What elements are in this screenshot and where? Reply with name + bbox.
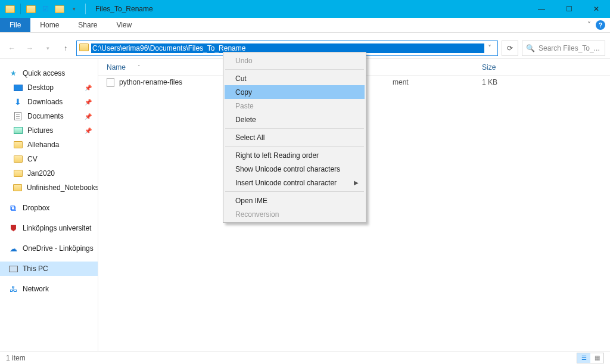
close-button[interactable]: ✕ bbox=[583, 0, 610, 18]
window-title: Files_To_Rename bbox=[89, 5, 528, 13]
view-mode-toggle[interactable]: ☰ ▦ bbox=[577, 353, 604, 363]
sidebar-item-documents[interactable]: Documents 📌 bbox=[0, 109, 98, 123]
submenu-arrow-icon: ▶ bbox=[354, 179, 359, 186]
details-view-icon[interactable]: ☰ bbox=[577, 353, 590, 363]
search-icon: 🔍 bbox=[526, 44, 535, 52]
cm-label: Insert Unicode control character bbox=[235, 179, 337, 187]
cm-show-unicode[interactable]: Show Unicode control characters bbox=[225, 162, 365, 176]
ribbon-tab-file[interactable]: File bbox=[0, 18, 30, 32]
address-dropdown-icon[interactable]: ˅ bbox=[484, 44, 495, 52]
qat-checkbox-icon[interactable]: ☑ bbox=[39, 2, 52, 15]
folder-icon bbox=[13, 154, 23, 164]
sidebar-onedrive[interactable]: ☁ OneDrive - Linköpings bbox=[0, 241, 98, 256]
textfile-icon bbox=[107, 78, 114, 87]
qat-dropdown-icon[interactable]: ▾ bbox=[67, 2, 80, 15]
sidebar-label: Jan2020 bbox=[27, 169, 55, 178]
network-icon: 🖧 bbox=[8, 284, 18, 294]
sidebar-item-cv[interactable]: CV bbox=[0, 152, 98, 166]
cm-cut[interactable]: Cut bbox=[225, 71, 365, 85]
sidebar-item-unfinished[interactable]: Unfinished_Notebooks bbox=[0, 181, 98, 195]
nav-back-button[interactable]: ← bbox=[5, 41, 19, 55]
folder-icon bbox=[13, 140, 23, 150]
sidebar-label: This PC bbox=[23, 265, 48, 273]
refresh-button[interactable]: ⟳ bbox=[502, 41, 518, 56]
sidebar-item-downloads[interactable]: ⬇ Downloads 📌 bbox=[0, 95, 98, 109]
star-icon: ★ bbox=[8, 69, 18, 78]
folder-icon bbox=[4, 2, 17, 15]
cm-paste: Paste bbox=[225, 99, 365, 113]
sidebar-label: Linköpings universitet bbox=[23, 224, 91, 232]
sidebar-quick-access[interactable]: ★ Quick access bbox=[0, 66, 98, 80]
minimize-button[interactable]: — bbox=[528, 0, 555, 18]
ribbon-tab-view[interactable]: View bbox=[107, 18, 141, 32]
sidebar-this-pc[interactable]: This PC bbox=[0, 262, 98, 276]
column-name[interactable]: Name bbox=[107, 63, 126, 71]
folder-icon bbox=[13, 183, 22, 192]
search-input[interactable]: 🔍 Search Files_To_... bbox=[522, 41, 605, 56]
pin-icon: 📌 bbox=[85, 99, 92, 105]
documents-icon bbox=[13, 111, 23, 121]
sidebar-label: Desktop bbox=[27, 83, 54, 92]
file-name: python-rename-files bbox=[119, 78, 182, 86]
sidebar-label: Network bbox=[23, 285, 49, 293]
sidebar-label: Downloads bbox=[27, 98, 63, 106]
pc-icon bbox=[8, 264, 18, 273]
file-type: ment bbox=[393, 78, 482, 86]
pictures-icon bbox=[13, 126, 23, 135]
sidebar-label: Documents bbox=[27, 112, 64, 120]
sort-indicator-icon: ˄ bbox=[138, 64, 141, 70]
folder-icon bbox=[13, 169, 23, 178]
cm-delete[interactable]: Delete bbox=[225, 113, 365, 126]
help-icon[interactable]: ? bbox=[596, 20, 605, 30]
sidebar-label: CV bbox=[27, 155, 38, 163]
ribbon-tab-home[interactable]: Home bbox=[30, 18, 69, 32]
maximize-button[interactable]: ☐ bbox=[555, 0, 583, 18]
context-menu: Undo Cut Copy Paste Delete Select All Ri… bbox=[223, 52, 366, 223]
file-size: 1 KB bbox=[482, 78, 530, 86]
qat-newfolder-icon[interactable] bbox=[53, 2, 66, 15]
cm-open-ime[interactable]: Open IME bbox=[225, 194, 365, 207]
desktop-icon bbox=[13, 83, 23, 92]
pin-icon: 📌 bbox=[85, 127, 92, 134]
cm-undo: Undo bbox=[225, 54, 365, 67]
sidebar-network[interactable]: 🖧 Network bbox=[0, 282, 98, 296]
dropbox-icon: ⧉ bbox=[8, 203, 18, 213]
cm-rtl[interactable]: Right to left Reading order bbox=[225, 148, 365, 162]
file-list-pane: Name ˄ Date modified Type Size python-re… bbox=[98, 59, 610, 351]
sidebar-dropbox[interactable]: ⧉ Dropbox bbox=[0, 201, 98, 215]
icons-view-icon[interactable]: ▦ bbox=[590, 353, 603, 363]
downloads-icon: ⬇ bbox=[13, 97, 23, 107]
sidebar-item-allehanda[interactable]: Allehanda bbox=[0, 138, 98, 152]
cm-reconversion: Reconversion bbox=[225, 207, 365, 221]
status-bar: 1 item ☰ ▦ bbox=[0, 351, 610, 364]
pin-icon: 📌 bbox=[85, 113, 92, 120]
status-item-count: 1 item bbox=[6, 354, 26, 362]
cloud-icon: ☁ bbox=[8, 244, 18, 253]
sidebar-item-pictures[interactable]: Pictures 📌 bbox=[0, 123, 98, 138]
nav-forward-button[interactable]: → bbox=[23, 41, 37, 55]
sidebar-label: Allehanda bbox=[27, 141, 59, 149]
ribbon-tab-share[interactable]: Share bbox=[69, 18, 107, 32]
nav-up-button[interactable]: ↑ bbox=[58, 41, 73, 55]
sidebar-label: Dropbox bbox=[23, 204, 49, 212]
sidebar-label: Pictures bbox=[27, 126, 53, 135]
pin-icon: 📌 bbox=[85, 85, 92, 91]
sidebar-item-jan2020[interactable]: Jan2020 bbox=[0, 166, 98, 181]
sidebar-label: OneDrive - Linköpings bbox=[23, 244, 94, 253]
column-size[interactable]: Size bbox=[482, 63, 530, 71]
sidebar-item-desktop[interactable]: Desktop 📌 bbox=[0, 80, 98, 95]
nav-recent-dropdown[interactable]: ▾ bbox=[41, 41, 55, 55]
navigation-pane: ★ Quick access Desktop 📌 ⬇ Downloads 📌 D… bbox=[0, 59, 98, 351]
ribbon-expand-icon[interactable]: ˅ bbox=[587, 21, 591, 29]
search-placeholder: Search Files_To_... bbox=[539, 44, 600, 52]
sidebar-linkoping[interactable]: ⛊ Linköpings universitet bbox=[0, 221, 98, 235]
sidebar-label: Quick access bbox=[23, 69, 65, 77]
titlebar: ☑ ▾ Files_To_Rename — ☐ ✕ bbox=[0, 0, 610, 18]
cm-insert-unicode[interactable]: Insert Unicode control character ▶ bbox=[225, 176, 365, 189]
qat-properties-icon[interactable] bbox=[24, 2, 38, 15]
ribbon: File Home Share View ˅ ? bbox=[0, 18, 610, 33]
cm-copy[interactable]: Copy bbox=[225, 85, 365, 99]
sidebar-label: Unfinished_Notebooks bbox=[27, 183, 98, 192]
shield-icon: ⛊ bbox=[8, 223, 18, 233]
cm-select-all[interactable]: Select All bbox=[225, 130, 365, 144]
